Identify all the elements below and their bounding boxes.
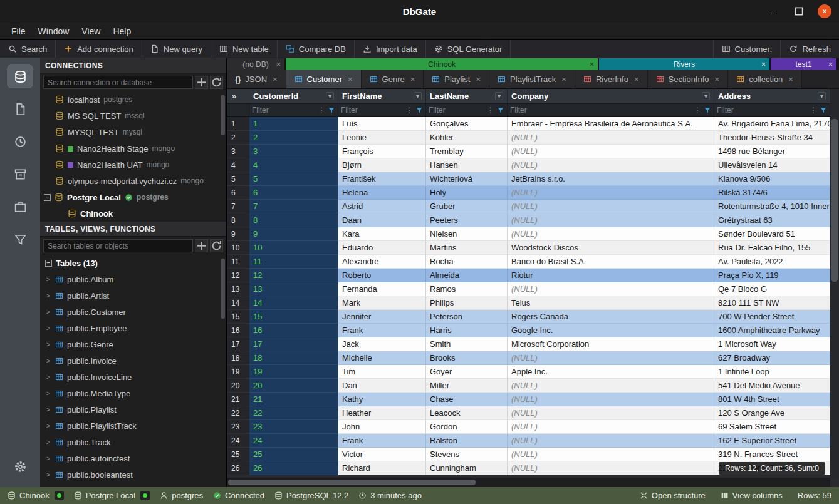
row-number[interactable]: 2 (227, 131, 249, 145)
new-query-button[interactable]: New query (142, 40, 211, 58)
grid-cell[interactable]: 801 W 4th Street (714, 393, 830, 406)
tab-riverinfo[interactable]: RiverInfo× (575, 70, 648, 88)
grid-cell[interactable]: Cunningham (426, 461, 508, 475)
funnel-icon[interactable] (820, 106, 827, 114)
grid-cell[interactable]: Frank (338, 324, 426, 337)
grid-cell[interactable]: 19 (249, 365, 338, 379)
grid-cell[interactable]: 16 (249, 324, 338, 337)
collapse-icon[interactable]: − (45, 260, 52, 267)
grid-cell[interactable]: 5 (249, 172, 338, 186)
tab-json[interactable]: {}JSON× (227, 70, 286, 88)
grid-cell[interactable]: 8 (249, 213, 338, 227)
close-icon[interactable]: × (788, 75, 793, 84)
tables-group-item[interactable]: −Tables (13) (40, 255, 226, 271)
status-postgre-local[interactable]: Postgre Local (74, 491, 136, 500)
close-icon[interactable]: × (273, 75, 278, 84)
grid-cell[interactable]: Ralston (426, 434, 508, 448)
column-header-customerid[interactable]: CustomerId▾ (249, 89, 338, 103)
grid-cell[interactable]: 8210 111 ST NW (714, 296, 830, 310)
grid-cell[interactable]: Ullevålsveien 14 (714, 158, 830, 172)
close-icon[interactable]: × (828, 61, 833, 68)
rail-settings-button[interactable] (7, 455, 33, 478)
close-icon[interactable]: × (276, 61, 281, 68)
status-connected[interactable]: Connected (213, 491, 264, 500)
horizontal-scrollbar-thumb[interactable] (228, 480, 476, 485)
row-number[interactable]: 7 (227, 200, 249, 213)
maximize-button[interactable] (793, 5, 805, 18)
table-item[interactable]: >public.Genre (40, 336, 226, 352)
horizontal-scrollbar[interactable] (227, 478, 830, 487)
grid-cell[interactable]: Richard (338, 461, 426, 475)
grid-cell[interactable]: Av. Brigadeiro Faria Lima, 2170 (714, 117, 830, 131)
grid-cell[interactable]: Luís (338, 117, 426, 131)
grid-cell[interactable]: Banco do Brasil S.A. (508, 255, 714, 269)
grid-cell[interactable]: Jennifer (338, 310, 426, 324)
grid-cell[interactable]: 23 (249, 420, 338, 434)
compare-db-button[interactable]: Compare DB (278, 40, 355, 58)
table-item[interactable]: >public.Invoice (40, 352, 226, 369)
chevron-down-icon[interactable]: ▾ (495, 92, 503, 100)
grid-cell[interactable]: Astrid (338, 200, 426, 213)
grid-cell[interactable]: Telus (508, 296, 714, 310)
grid-cell[interactable]: Leacock (426, 406, 508, 420)
table-item[interactable]: >public.PlaylistTrack (40, 418, 226, 434)
row-number[interactable]: 17 (227, 337, 249, 351)
connection-item[interactable]: localhostpostgres (40, 91, 226, 108)
grid-cell[interactable]: 120 S Orange Ave (714, 406, 830, 420)
grid-cell[interactable]: Gonçalves (426, 117, 508, 131)
grid-cell[interactable]: 4 (249, 158, 338, 172)
new-table-button[interactable]: New table (211, 40, 278, 58)
grid-cell[interactable]: (NULL) (508, 406, 714, 420)
grid-cell[interactable]: Brooks (426, 351, 508, 365)
db-group-chinook[interactable]: Chinook× (286, 58, 598, 70)
table-item[interactable]: >public.Playlist (40, 401, 226, 418)
tab-sectioninfo[interactable]: SectionInfo× (648, 70, 729, 88)
grid-cell[interactable]: Roberto (338, 269, 426, 282)
grid-cell[interactable]: Kara (338, 227, 426, 241)
row-number[interactable]: 9 (227, 227, 249, 241)
grid-cell[interactable]: Rilská 3174/6 (714, 186, 830, 200)
objects-search-input[interactable] (43, 239, 193, 252)
connection-item[interactable]: Nano2Health UATmongo (40, 157, 226, 173)
row-number[interactable]: 3 (227, 145, 249, 158)
connections-scrollbar[interactable] (221, 95, 225, 135)
refresh-button[interactable]: Refresh (780, 40, 839, 58)
row-number[interactable]: 21 (227, 393, 249, 406)
grid-cell[interactable]: Peeters (426, 213, 508, 227)
current-tab-button[interactable]: Customer: (713, 40, 781, 58)
connection-item[interactable]: MS SQL TESTmssql (40, 108, 226, 124)
grid-cell[interactable]: Hansen (426, 158, 508, 172)
status-postgresql-12-2[interactable]: PostgreSQL 12.2 (274, 491, 348, 500)
rail-history-button[interactable] (7, 130, 33, 153)
column-header-firstname[interactable]: FirstName▾ (338, 89, 426, 103)
menu-window[interactable]: Window (32, 25, 76, 38)
grid-cell[interactable]: Heather (338, 406, 426, 420)
status-3-minutes-ago[interactable]: 3 minutes ago (358, 491, 422, 500)
table-item[interactable]: >public.Album (40, 271, 226, 287)
grid-cell[interactable]: (NULL) (508, 448, 714, 461)
filter-input-customerid[interactable] (252, 106, 318, 115)
grid-cell[interactable]: Michelle (338, 351, 426, 365)
column-header-company[interactable]: Company▾ (508, 89, 714, 103)
grid-cell[interactable]: Martins (426, 241, 508, 255)
sql-generator-button[interactable]: SQL Generator (426, 40, 511, 58)
row-number[interactable]: 4 (227, 158, 249, 172)
grid-cell[interactable]: Ramos (426, 282, 508, 296)
grid-cell[interactable]: (NULL) (508, 461, 714, 475)
grid-cell[interactable]: Stevens (426, 448, 508, 461)
grid-cell[interactable]: Kathy (338, 393, 426, 406)
close-icon[interactable]: × (348, 75, 353, 84)
status-open-structure[interactable]: Open structure (640, 491, 706, 500)
grid-cell[interactable]: František (338, 172, 426, 186)
menu-dots-icon[interactable]: ⋮ (318, 106, 325, 115)
refresh-connections-button[interactable] (210, 76, 223, 89)
chevron-down-icon[interactable]: ▾ (326, 92, 334, 100)
grid-cell[interactable]: 13 (249, 282, 338, 296)
grid-cell[interactable]: 24 (249, 434, 338, 448)
grid-cell[interactable]: Tremblay (426, 145, 508, 158)
rail-filters-button[interactable] (7, 227, 33, 251)
grid-cell[interactable]: Nielsen (426, 227, 508, 241)
close-button[interactable]: × (818, 4, 831, 18)
rail-files-button[interactable] (7, 97, 33, 121)
grid-cell[interactable]: (NULL) (508, 379, 714, 393)
